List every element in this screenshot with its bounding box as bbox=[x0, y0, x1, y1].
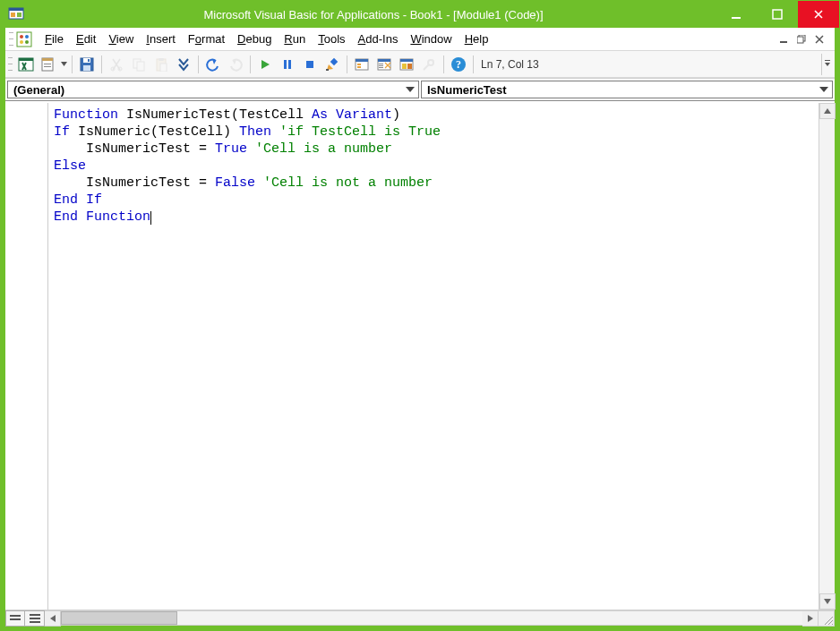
code-text[interactable]: Function IsNumericTest(TestCell As Varia… bbox=[48, 103, 819, 229]
menu-file[interactable]: File bbox=[39, 30, 70, 47]
svg-rect-35 bbox=[326, 69, 329, 71]
scroll-left-button[interactable] bbox=[45, 610, 61, 627]
object-dropdown-value: (General) bbox=[8, 83, 402, 97]
svg-point-9 bbox=[20, 40, 23, 44]
menu-debug[interactable]: Debug bbox=[231, 30, 278, 47]
reset-button[interactable] bbox=[299, 54, 321, 75]
scroll-up-button[interactable] bbox=[819, 103, 836, 119]
code-pane-selectors: (General) IsNumericTest bbox=[5, 78, 835, 101]
mdi-restore-button[interactable] bbox=[793, 31, 810, 47]
svg-rect-52 bbox=[825, 60, 830, 61]
svg-rect-15 bbox=[19, 58, 33, 61]
svg-rect-54 bbox=[10, 618, 21, 620]
svg-rect-44 bbox=[379, 67, 383, 68]
minimize-button[interactable] bbox=[716, 1, 757, 28]
svg-rect-34 bbox=[330, 57, 338, 64]
bottom-bar bbox=[5, 610, 835, 626]
menu-insert[interactable]: Insert bbox=[140, 30, 182, 47]
svg-rect-5 bbox=[773, 10, 782, 19]
design-mode-button[interactable] bbox=[321, 54, 343, 75]
scroll-right-button[interactable] bbox=[802, 610, 819, 627]
copy-button[interactable] bbox=[128, 54, 150, 75]
svg-rect-33 bbox=[306, 61, 313, 68]
insert-dropdown[interactable] bbox=[60, 62, 68, 66]
standard-toolbar: ? Ln 7, Col 13 bbox=[5, 51, 835, 78]
menu-grip[interactable] bbox=[9, 30, 13, 48]
menu-format[interactable]: Format bbox=[182, 30, 231, 47]
vscroll-track[interactable] bbox=[819, 119, 835, 593]
toolbar-grip[interactable] bbox=[8, 55, 13, 73]
menu-view[interactable]: View bbox=[102, 30, 140, 47]
menu-tools[interactable]: Tools bbox=[312, 30, 351, 47]
paste-button[interactable] bbox=[150, 54, 172, 75]
menu-run[interactable]: Run bbox=[278, 30, 312, 47]
view-excel-button[interactable] bbox=[15, 54, 37, 75]
menu-addins[interactable]: Add-Ins bbox=[352, 30, 405, 47]
margin-indicator-bar[interactable] bbox=[5, 103, 48, 610]
svg-rect-37 bbox=[356, 59, 368, 62]
procedure-dropdown[interactable]: IsNumericTest bbox=[421, 81, 833, 98]
svg-rect-32 bbox=[288, 60, 291, 69]
svg-rect-19 bbox=[44, 66, 51, 67]
horizontal-scrollbar[interactable] bbox=[45, 610, 819, 626]
svg-rect-13 bbox=[797, 37, 803, 43]
svg-rect-47 bbox=[402, 64, 407, 69]
mdi-minimize-button[interactable] bbox=[776, 31, 792, 47]
svg-rect-46 bbox=[400, 59, 413, 62]
find-button[interactable] bbox=[173, 54, 194, 75]
save-button[interactable] bbox=[76, 54, 98, 75]
svg-rect-43 bbox=[379, 65, 383, 66]
object-browser-button[interactable] bbox=[396, 54, 417, 75]
chevron-down-icon bbox=[816, 81, 832, 98]
menu-help[interactable]: Help bbox=[459, 30, 495, 47]
toolbar-overflow[interactable] bbox=[821, 54, 832, 75]
cut-button[interactable] bbox=[106, 54, 127, 75]
project-explorer-button[interactable] bbox=[351, 54, 373, 75]
svg-rect-42 bbox=[379, 64, 383, 64]
properties-window-button[interactable] bbox=[373, 54, 395, 75]
vertical-scrollbar[interactable] bbox=[819, 103, 835, 610]
maximize-button[interactable] bbox=[757, 1, 798, 28]
svg-rect-41 bbox=[378, 59, 390, 62]
mdi-close-button[interactable] bbox=[811, 31, 827, 47]
run-button[interactable] bbox=[254, 54, 276, 75]
scroll-down-button[interactable] bbox=[819, 593, 836, 610]
svg-rect-27 bbox=[137, 62, 144, 71]
size-grip[interactable] bbox=[819, 610, 835, 627]
menu-window[interactable]: Window bbox=[404, 30, 458, 47]
procedure-dropdown-value: IsNumericTest bbox=[422, 83, 816, 97]
full-module-view-button[interactable] bbox=[25, 610, 45, 627]
menu-edit[interactable]: Edit bbox=[70, 30, 102, 47]
insert-module-button[interactable] bbox=[38, 54, 59, 75]
svg-rect-22 bbox=[83, 65, 90, 71]
svg-rect-18 bbox=[44, 64, 51, 64]
cursor-position: Ln 7, Col 13 bbox=[481, 58, 539, 71]
code-editor[interactable]: Function IsNumericTest(TestCell As Varia… bbox=[48, 103, 819, 610]
svg-rect-3 bbox=[17, 13, 21, 17]
title-bar[interactable]: Microsoft Visual Basic for Applications … bbox=[1, 1, 839, 28]
redo-button[interactable] bbox=[225, 54, 246, 75]
code-area: Function IsNumericTest(TestCell As Varia… bbox=[5, 101, 835, 610]
window-title: Microsoft Visual Basic for Applications … bbox=[31, 8, 716, 21]
svg-rect-2 bbox=[11, 13, 15, 17]
svg-rect-30 bbox=[160, 64, 167, 72]
svg-rect-38 bbox=[357, 64, 361, 65]
svg-rect-48 bbox=[407, 64, 412, 69]
undo-button[interactable] bbox=[202, 54, 224, 75]
vba-icon bbox=[15, 30, 33, 48]
svg-rect-39 bbox=[357, 66, 361, 68]
chevron-down-icon bbox=[402, 81, 418, 98]
svg-rect-56 bbox=[30, 618, 40, 619]
break-button[interactable] bbox=[277, 54, 298, 75]
procedure-view-button[interactable] bbox=[5, 610, 25, 627]
toolbox-button[interactable] bbox=[418, 54, 440, 75]
object-dropdown[interactable]: (General) bbox=[7, 81, 419, 98]
hscroll-thumb[interactable] bbox=[61, 611, 177, 625]
svg-rect-57 bbox=[30, 621, 40, 623]
vba-editor-window: Microsoft Visual Basic for Applications … bbox=[0, 0, 840, 631]
help-button[interactable]: ? bbox=[448, 54, 469, 75]
svg-rect-11 bbox=[780, 41, 787, 43]
hscroll-track[interactable] bbox=[61, 610, 802, 626]
close-button[interactable] bbox=[798, 1, 839, 28]
svg-point-8 bbox=[25, 35, 29, 38]
